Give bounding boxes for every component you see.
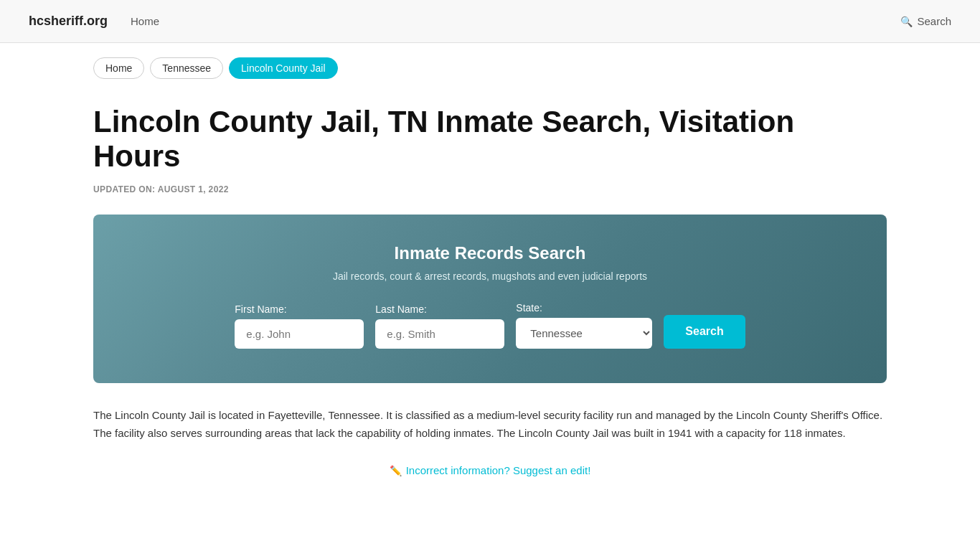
- search-widget-title: Inmate Records Search: [129, 243, 851, 263]
- search-widget-subtitle: Jail records, court & arrest records, mu…: [129, 270, 851, 282]
- nav-left: hcsheriff.org Home: [29, 14, 159, 29]
- last-name-label: Last Name:: [375, 303, 504, 315]
- breadcrumb-lincoln-county-jail[interactable]: Lincoln County Jail: [229, 57, 338, 79]
- nav-home-link[interactable]: Home: [131, 15, 159, 27]
- facility-description: The Lincoln County Jail is located in Fa…: [93, 406, 887, 443]
- nav-brand[interactable]: hcsheriff.org: [29, 14, 108, 29]
- search-form: First Name: Last Name: State: AlabamaAla…: [129, 302, 851, 349]
- search-button[interactable]: Search: [664, 315, 745, 349]
- inmate-search-widget: Inmate Records Search Jail records, cour…: [93, 215, 887, 383]
- last-name-group: Last Name:: [375, 303, 504, 349]
- updated-label: UPDATED ON: AUGUST 1, 2022: [93, 184, 887, 194]
- search-icon: 🔍: [900, 16, 913, 27]
- first-name-input[interactable]: [235, 319, 364, 349]
- suggest-edit-link[interactable]: ✏️ Incorrect information? Suggest an edi…: [390, 464, 591, 476]
- suggest-edit-label: Incorrect information? Suggest an edit!: [406, 464, 591, 476]
- page-title: Lincoln County Jail, TN Inmate Search, V…: [93, 105, 887, 174]
- suggest-edit-area: ✏️ Incorrect information? Suggest an edi…: [93, 457, 887, 491]
- nav-search-button[interactable]: 🔍 Search: [900, 15, 951, 27]
- first-name-label: First Name:: [235, 303, 364, 315]
- navbar: hcsheriff.org Home 🔍 Search: [0, 0, 980, 43]
- state-select[interactable]: AlabamaAlaskaArizonaArkansasCaliforniaCo…: [516, 318, 652, 349]
- last-name-input[interactable]: [375, 319, 504, 349]
- main-content: Lincoln County Jail, TN Inmate Search, V…: [0, 79, 980, 505]
- nav-search-label: Search: [917, 15, 951, 27]
- breadcrumb-tennessee[interactable]: Tennessee: [150, 57, 223, 79]
- state-label: State:: [516, 302, 652, 314]
- pencil-icon: ✏️: [390, 465, 402, 476]
- breadcrumb: Home Tennessee Lincoln County Jail: [0, 43, 980, 79]
- state-group: State: AlabamaAlaskaArizonaArkansasCalif…: [516, 302, 652, 349]
- first-name-group: First Name:: [235, 303, 364, 349]
- breadcrumb-home[interactable]: Home: [93, 57, 144, 79]
